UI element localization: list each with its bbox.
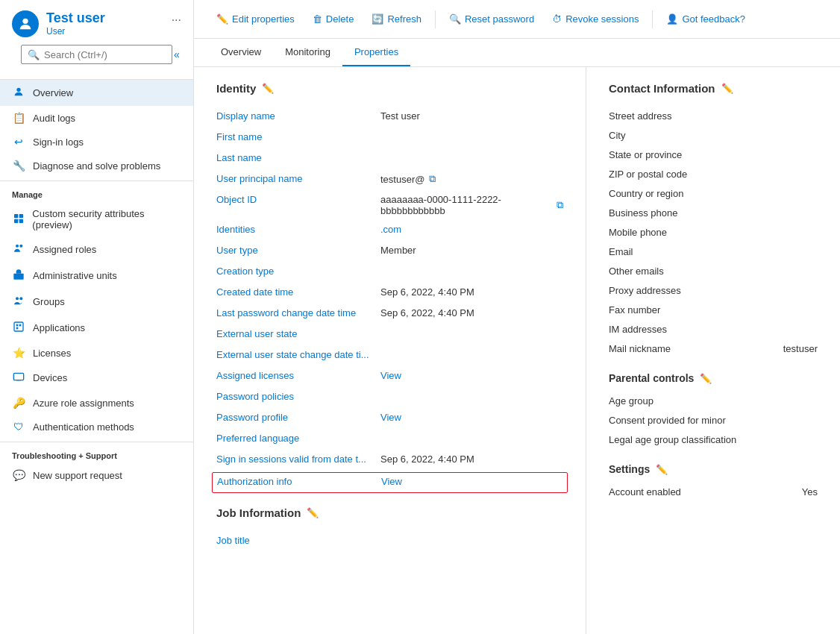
copy-icon[interactable]: ⧉ xyxy=(429,173,436,185)
licenses-icon: ⭐ xyxy=(12,347,25,359)
search-input[interactable] xyxy=(44,49,169,60)
content-area: Identity ✏️ Display nameTest userFirst n… xyxy=(194,67,840,634)
field-row: Object IDaaaaaaaa-0000-1111-2222-bbbbbbb… xyxy=(216,190,563,220)
contact-field-row: Mail nicknametestuser xyxy=(609,339,818,359)
field-row: External user state change date ti... xyxy=(216,345,563,366)
svg-rect-2 xyxy=(14,214,18,218)
revoke-sessions-button[interactable]: ⏱ Revoke sessions xyxy=(545,9,646,29)
contact-field-row: IM addresses xyxy=(609,320,818,339)
field-row: External user state xyxy=(216,324,563,345)
settings-edit-icon[interactable]: ✏️ xyxy=(656,464,668,475)
search-icon: 🔍 xyxy=(28,49,40,60)
parental-field-row: Consent provided for minor xyxy=(609,411,818,430)
contact-edit-icon[interactable]: ✏️ xyxy=(721,83,733,94)
copy-icon[interactable]: ⧉ xyxy=(557,199,563,211)
field-row: Assigned licensesView xyxy=(216,366,563,387)
feedback-icon: 👤 xyxy=(666,13,678,25)
field-link[interactable]: View xyxy=(381,476,402,487)
field-row: Last name xyxy=(216,148,563,169)
svg-rect-11 xyxy=(14,322,23,331)
nav-sign-in-logs[interactable]: ↩ Sign-in logs xyxy=(0,130,193,154)
field-link[interactable]: View xyxy=(380,370,401,381)
field-row: Preferred language xyxy=(216,429,563,450)
more-icon[interactable]: ··· xyxy=(172,13,181,27)
revoke-sessions-icon: ⏱ xyxy=(552,13,562,25)
nav-overview-label: Overview xyxy=(33,87,73,98)
parental-edit-icon[interactable]: ✏️ xyxy=(700,373,712,384)
field-row: User typeMember xyxy=(216,241,563,262)
nav-new-support-label: New support request xyxy=(33,470,122,481)
field-row: Authorization infoView xyxy=(212,472,568,493)
nav-sign-in-logs-label: Sign-in logs xyxy=(33,136,84,148)
contact-field-row: Fax number xyxy=(609,301,818,320)
user-name: Test user xyxy=(46,10,164,26)
nav-licenses[interactable]: ⭐ Licenses xyxy=(0,341,193,365)
nav-groups[interactable]: Groups xyxy=(0,289,193,315)
parental-fields: Age groupConsent provided for minorLegal… xyxy=(609,392,818,450)
identity-edit-icon[interactable]: ✏️ xyxy=(262,83,274,94)
sidebar-header: Test user User ··· 🔍 « xyxy=(0,0,193,80)
contact-field-row: Street address xyxy=(609,107,818,126)
tab-overview[interactable]: Overview xyxy=(209,39,273,66)
parental-field-row: Age group xyxy=(609,392,818,411)
sign-in-logs-icon: ↩ xyxy=(12,136,25,148)
tab-monitoring[interactable]: Monitoring xyxy=(273,39,342,66)
avatar xyxy=(12,10,39,37)
main-content: ✏️ Edit properties 🗑 Delete 🔄 Refresh 🔍 … xyxy=(194,0,840,634)
tab-properties[interactable]: Properties xyxy=(342,39,410,66)
job-info-edit-icon[interactable]: ✏️ xyxy=(307,507,319,518)
field-row: First name xyxy=(216,128,563,148)
groups-icon xyxy=(12,295,25,309)
nav-applications[interactable]: Applications xyxy=(0,315,193,341)
delete-button[interactable]: 🗑 Delete xyxy=(305,9,362,29)
tabs: Overview Monitoring Properties xyxy=(194,39,840,67)
field-row: User principal nametestuser@⧉ xyxy=(216,169,563,190)
support-icon: 💬 xyxy=(12,469,25,481)
nav-diagnose[interactable]: 🔧 Diagnose and solve problems xyxy=(0,154,193,178)
nav-overview[interactable]: Overview xyxy=(0,80,193,106)
nav-new-support[interactable]: 💬 New support request xyxy=(0,463,193,487)
refresh-icon: 🔄 xyxy=(372,13,383,25)
contact-field-row: ZIP or postal code xyxy=(609,165,818,184)
contact-field-row: City xyxy=(609,126,818,145)
assigned-roles-icon xyxy=(12,242,25,257)
svg-rect-14 xyxy=(16,327,19,330)
refresh-button[interactable]: 🔄 Refresh xyxy=(364,9,429,29)
nav-custom-security[interactable]: Custom security attributes (preview) xyxy=(0,202,193,236)
nav-audit-logs[interactable]: 📋 Audit logs xyxy=(0,106,193,130)
contact-field-row: Proxy addresses xyxy=(609,281,818,301)
toolbar-separator-1 xyxy=(435,10,436,28)
parental-controls-title: Parental controls ✏️ xyxy=(609,372,818,384)
nav-assigned-roles[interactable]: Assigned roles xyxy=(0,236,193,263)
diagnose-icon: 🔧 xyxy=(12,160,25,172)
edit-properties-button[interactable]: ✏️ Edit properties xyxy=(209,9,302,29)
nav-azure-role-label: Azure role assignments xyxy=(33,398,134,409)
collapse-icon[interactable]: « xyxy=(174,48,180,60)
nav-auth-methods[interactable]: 🛡 Authentication methods xyxy=(0,415,193,439)
nav-applications-label: Applications xyxy=(33,322,85,333)
search-box[interactable]: 🔍 « xyxy=(21,45,172,64)
settings-fields: Account enabledYes xyxy=(609,483,818,502)
reset-password-button[interactable]: 🔍 Reset password xyxy=(442,9,542,29)
settings-title: Settings ✏️ xyxy=(609,463,818,475)
nav-azure-role[interactable]: 🔑 Azure role assignments xyxy=(0,391,193,415)
nav-groups-label: Groups xyxy=(33,296,65,307)
svg-point-6 xyxy=(16,245,19,248)
field-job-title: Job title xyxy=(216,531,563,552)
feedback-button[interactable]: 👤 Got feedback? xyxy=(659,9,753,29)
contact-section-title: Contact Information ✏️ xyxy=(609,82,818,95)
field-row: Last password change date timeSep 6, 202… xyxy=(216,304,563,324)
nav-devices[interactable]: Devices xyxy=(0,365,193,391)
nav-custom-security-label: Custom security attributes (preview) xyxy=(32,208,181,230)
svg-rect-12 xyxy=(16,324,19,327)
nav-licenses-label: Licenses xyxy=(33,348,71,359)
azure-role-icon: 🔑 xyxy=(12,397,25,409)
nav-admin-units[interactable]: Administrative units xyxy=(0,263,193,289)
field-link[interactable]: View xyxy=(380,412,401,423)
sidebar: Test user User ··· 🔍 « Overview 📋 Audit … xyxy=(0,0,194,634)
left-panel: Identity ✏️ Display nameTest userFirst n… xyxy=(194,67,586,634)
nav-diagnose-label: Diagnose and solve problems xyxy=(33,160,160,172)
overview-icon xyxy=(12,86,25,100)
field-row: Password policies xyxy=(216,387,563,408)
user-role: User xyxy=(46,26,164,37)
